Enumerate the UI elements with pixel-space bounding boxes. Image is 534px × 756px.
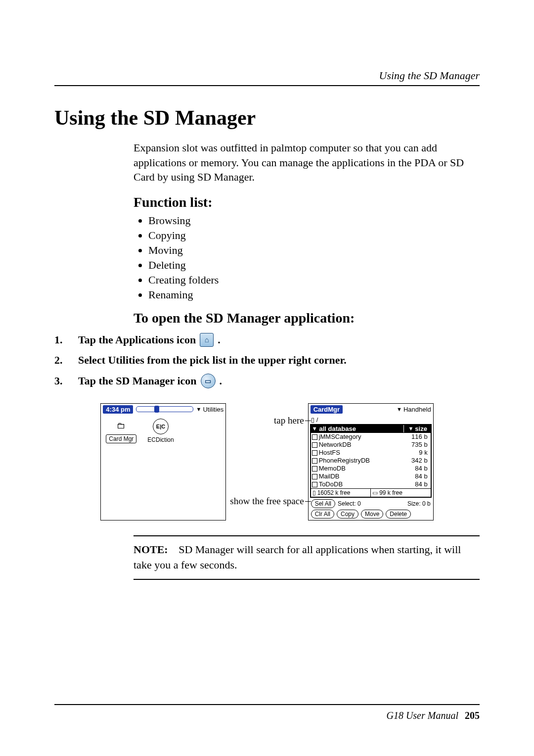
card-mgr-icon: 🗀 [113, 419, 130, 432]
sd-manager-icon: ▭ [201, 374, 216, 388]
step-text: Tap the SD Manager icon [78, 375, 197, 387]
select-count: Select: 0 [338, 500, 361, 507]
db-size: 735 b [403, 441, 430, 449]
copy-button[interactable]: Copy [337, 510, 358, 519]
table-row[interactable]: MemoDB84 b [311, 465, 431, 472]
db-size: 9 k [403, 449, 430, 457]
db-size: 84 b [403, 472, 430, 480]
list-item: Deleting [148, 259, 480, 272]
note-box: NOTE: SD Manager will search for all app… [134, 535, 480, 580]
figure-annotations: tap here show the free space [230, 403, 304, 520]
clear-all-button[interactable]: Clr All [311, 510, 334, 519]
ecdiction-icon: E|C [153, 419, 169, 434]
app-card-mgr[interactable]: 🗀 Card Mgr [106, 419, 136, 443]
step-text-post: . [218, 333, 221, 346]
db-size: 342 b [403, 457, 430, 465]
move-button[interactable]: Move [361, 510, 383, 519]
figure-row: 4:34 pm ▼ Utilities 🗀 Card Mgr E|C ECDic… [54, 403, 480, 520]
chevron-down-icon: ▼ [397, 406, 402, 412]
list-item: Browsing [148, 214, 480, 227]
app-label: Card Mgr [106, 434, 136, 443]
table-row[interactable]: NetworkDB735 b [311, 441, 431, 449]
function-list: Browsing Copying Moving Deleting Creatin… [134, 214, 480, 301]
step-text: Tap the Applications icon [78, 333, 196, 346]
db-size: 84 b [403, 465, 430, 472]
list-item: Creating folders [148, 274, 480, 286]
list-item: Moving [148, 244, 480, 257]
checkbox-icon[interactable] [312, 442, 317, 448]
delete-button[interactable]: Delete [386, 510, 411, 519]
list-item: Copying [148, 229, 480, 242]
category-label: Utilities [203, 406, 223, 413]
brightness-slider[interactable] [136, 406, 193, 412]
note-text: SD Manager will search for all applicati… [134, 543, 461, 571]
db-name: MailDB [319, 472, 340, 480]
page-title: Using the SD Manager [54, 106, 480, 130]
free-space-bar: ▯16052 k free ▭99 k free [311, 488, 431, 497]
note-label: NOTE: [134, 543, 176, 556]
top-rule [54, 85, 480, 86]
path-text: / [316, 416, 318, 424]
col-size-label: size [415, 425, 427, 432]
db-name: jMMSCategory [319, 433, 361, 441]
running-head: Using the SD Manager [54, 69, 480, 82]
db-size: 84 b [403, 480, 430, 488]
table-row[interactable]: PhoneRegistryDB342 b [311, 457, 431, 465]
category-dropdown[interactable]: ▼ Utilities [196, 406, 224, 413]
applications-icon: ⌂ [200, 333, 214, 347]
db-size: 116 b [403, 433, 430, 441]
app-label: ECDiction [147, 436, 174, 443]
db-name: MemoDB [319, 465, 346, 472]
table-row[interactable]: ToDoDB84 b [311, 480, 431, 488]
handheld-icon: ▯ [312, 489, 316, 496]
table-row[interactable]: HostFS9 k [311, 449, 431, 457]
step-1: 1. Tap the Applications icon ⌂ . [54, 333, 480, 347]
manual-name: G18 User Manual [386, 710, 458, 721]
col-db-label: all database [319, 425, 356, 432]
intro-paragraph: Expansion slot was outfitted in palmtop … [134, 141, 480, 185]
open-app-heading: To open the SD Manager application: [134, 310, 480, 326]
step-text-post: . [220, 375, 222, 387]
sd-icon: ▭ [372, 489, 378, 496]
page-footer: G18 User Manual 205 [54, 700, 480, 721]
list-item: Renaming [148, 288, 480, 301]
step-text: Select Utilities from the pick list in t… [78, 354, 347, 367]
checkbox-icon[interactable] [312, 450, 317, 456]
location-label: Handheld [403, 406, 431, 413]
size-total: Size: 0 b [407, 500, 431, 507]
chevron-down-icon: ▼ [196, 406, 202, 412]
annotation-tap-here: tap here [230, 415, 304, 426]
column-header[interactable]: ▼all database ▼size [310, 424, 432, 433]
db-name: HostFS [319, 449, 340, 457]
select-all-button[interactable]: Sel All [311, 499, 335, 508]
annotation-free-space: show the free space [230, 496, 304, 507]
database-list[interactable]: jMMSCategory116 b NetworkDB735 b HostFS9… [310, 433, 432, 498]
checkbox-icon[interactable] [312, 458, 317, 464]
function-list-heading: Function list: [134, 194, 480, 210]
step-3: 3. Tap the SD Manager icon ▭ . [54, 374, 480, 388]
table-row[interactable]: jMMSCategory116 b [311, 433, 431, 441]
checkbox-icon[interactable] [312, 474, 317, 479]
chevron-down-icon: ▼ [408, 425, 413, 431]
cardmgr-screenshot: CardMgr ▼ Handheld ▯ / ▼all database ▼si… [308, 403, 434, 520]
cardmgr-title: CardMgr [311, 405, 343, 414]
free-left: 16052 k free [317, 489, 351, 496]
step-2: 2. Select Utilities from the pick list i… [54, 354, 480, 367]
checkbox-icon[interactable] [312, 482, 317, 487]
checkbox-icon[interactable] [312, 466, 317, 472]
page-number: 205 [461, 710, 480, 721]
launcher-screenshot: 4:34 pm ▼ Utilities 🗀 Card Mgr E|C ECDic… [100, 403, 226, 520]
chevron-down-icon: ▼ [312, 425, 317, 431]
app-ecdiction[interactable]: E|C ECDiction [147, 419, 174, 443]
location-dropdown[interactable]: ▼ Handheld [397, 406, 431, 413]
db-name: ToDoDB [319, 480, 343, 488]
free-right: 99 k free [379, 489, 402, 496]
db-name: NetworkDB [319, 441, 352, 449]
checkbox-icon[interactable] [312, 434, 317, 440]
table-row[interactable]: MailDB84 b [311, 472, 431, 480]
clock-pill: 4:34 pm [103, 405, 133, 414]
db-name: PhoneRegistryDB [319, 457, 370, 465]
sd-card-icon: ▯ [311, 416, 314, 424]
